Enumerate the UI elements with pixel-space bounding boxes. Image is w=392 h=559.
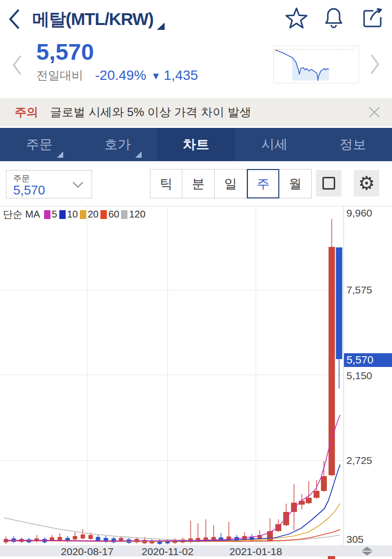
ma120-swatch-icon xyxy=(121,210,127,219)
order-dropdown-value: 5,570 xyxy=(13,183,45,198)
y-axis-label: 9,960 xyxy=(346,207,372,219)
x-axis-date: 2020-11-02 xyxy=(123,546,212,558)
tab-chart[interactable]: 차트 xyxy=(157,128,235,161)
close-icon[interactable] xyxy=(368,105,381,119)
volume-bar-sliver xyxy=(328,556,335,559)
chart-settings-button[interactable]: ⚙ xyxy=(354,170,379,196)
gear-icon: ⚙ xyxy=(358,174,375,193)
candlestick-chart[interactable] xyxy=(0,206,344,546)
date-scrollbar[interactable]: 2020-08-17 2020-11-02 2021-01-18 xyxy=(0,545,392,557)
current-price-tag: 5,570 xyxy=(344,353,392,367)
warning-message: 글로벌 시세와 5% 이상 가격 차이 발생 xyxy=(50,104,251,120)
timeframe-month[interactable]: 월 xyxy=(279,169,312,198)
ma10-swatch-icon xyxy=(59,210,66,219)
timeframe-minute[interactable]: 분 xyxy=(182,169,215,198)
timeframe-week[interactable]: 주 xyxy=(247,169,279,198)
tab-order[interactable]: 주문 xyxy=(0,128,78,161)
timeframe-group: 틱 분 일 주 월 xyxy=(150,169,312,198)
share-icon[interactable] xyxy=(361,6,383,30)
ma20-swatch-icon xyxy=(80,210,86,219)
tab-dropdown-caret-icon xyxy=(135,151,142,158)
square-icon xyxy=(322,177,335,190)
ma-legend: 단순 MA 5 10 20 60 120 xyxy=(3,208,147,221)
order-price-dropdown[interactable]: 주문 5,570 xyxy=(6,170,92,198)
page-title-text: 메탈(MTL/KRW) xyxy=(32,8,153,31)
back-icon[interactable] xyxy=(7,7,22,31)
trading-app-screen: 메탈(MTL/KRW) 5,570 전일대비 -20.49% ▼ 1,435 주… xyxy=(0,0,392,559)
next-symbol-chevron-icon[interactable] xyxy=(368,53,381,75)
ma-legend-label: 단순 MA xyxy=(3,208,40,221)
price-change-row: 전일대비 -20.49% ▼ 1,435 xyxy=(36,68,198,83)
down-arrow-icon: ▼ xyxy=(151,71,161,82)
warning-banner: 주의 글로벌 시세와 5% 이상 가격 차이 발생 xyxy=(0,98,392,126)
y-axis-label: 7,575 xyxy=(346,284,372,296)
favorite-star-icon[interactable] xyxy=(285,6,308,30)
tab-quotes[interactable]: 시세 xyxy=(235,128,314,161)
change-percent: -20.49% xyxy=(95,68,146,83)
main-nav-tabs: 주문 호가 차트 시세 정보 xyxy=(0,128,392,161)
compare-label: 전일대비 xyxy=(36,68,83,83)
ma60-swatch-icon xyxy=(100,210,107,219)
x-axis-date: 2021-01-18 xyxy=(212,546,300,558)
header: 메탈(MTL/KRW) xyxy=(0,0,392,37)
mini-sparkline-chart[interactable] xyxy=(273,46,359,83)
y-axis-label: 305 xyxy=(346,534,364,545)
chevron-down-icon xyxy=(72,181,84,189)
page-title[interactable]: 메탈(MTL/KRW) xyxy=(32,8,165,31)
timeframe-day[interactable]: 일 xyxy=(215,169,247,198)
pane-resize-handle-icon[interactable] xyxy=(362,547,373,556)
warning-badge: 주의 xyxy=(15,104,38,120)
title-dropdown-caret-icon xyxy=(157,23,165,30)
timeframe-tick[interactable]: 틱 xyxy=(150,169,182,198)
tab-dropdown-caret-icon xyxy=(57,151,63,158)
change-amount: 1,435 xyxy=(164,68,198,83)
tab-orderbook[interactable]: 호가 xyxy=(78,128,157,161)
current-price: 5,570 xyxy=(36,38,94,65)
chart-style-button[interactable] xyxy=(316,170,342,196)
ma5-swatch-icon xyxy=(44,210,50,219)
y-axis-label: 2,725 xyxy=(346,455,372,466)
x-axis-date: 2020-08-17 xyxy=(43,546,131,558)
y-axis-separator xyxy=(343,206,344,545)
tab-info[interactable]: 정보 xyxy=(314,128,392,161)
prev-symbol-chevron-icon[interactable] xyxy=(11,54,24,76)
y-axis-label: 5,150 xyxy=(346,370,372,382)
alert-bell-icon[interactable] xyxy=(322,6,345,30)
